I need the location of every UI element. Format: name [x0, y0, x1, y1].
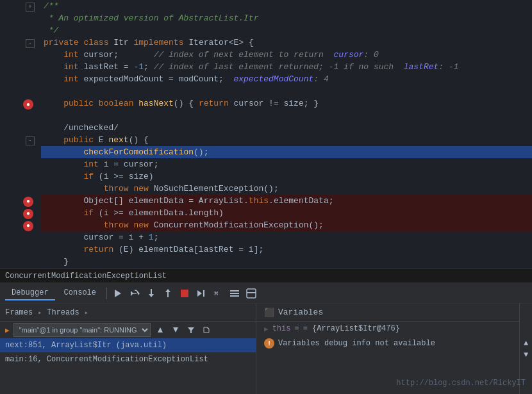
code-lines: /** * An optimized version of AbstractLi…: [38, 0, 532, 268]
gutter-line-7: [0, 74, 38, 86]
gutter-line-10: [0, 111, 38, 123]
breakpoint-icon-17[interactable]: ●: [23, 197, 33, 207]
svg-marker-15: [158, 327, 163, 332]
code-line-16: throw new NoSuchElementException();: [41, 183, 532, 195]
svg-rect-10: [230, 290, 239, 291]
debug-restore-btn[interactable]: [244, 286, 258, 300]
thread-running-icon: ▶: [5, 326, 10, 334]
code-line-19: throw new ConcurrentModificationExceptio…: [41, 219, 532, 231]
threads-tab[interactable]: Threads: [47, 307, 79, 318]
frames-panel-header: Frames ▸ Threads ▸: [0, 304, 256, 322]
gutter-line-21: [0, 244, 38, 256]
var-this-row[interactable]: ▶ this = = {ArrayList$Itr@476}: [256, 322, 519, 336]
thread-filter-btn[interactable]: [185, 324, 197, 336]
svg-marker-4: [149, 294, 154, 297]
stack-frame-0[interactable]: next:851, ArrayList$Itr (java.util): [0, 338, 256, 352]
gutter-line-18[interactable]: ●: [0, 208, 38, 220]
scroll-down-btn[interactable]: ▼: [520, 349, 532, 361]
debug-run-to-cursor-btn[interactable]: [194, 286, 208, 300]
gutter-line-1: +: [0, 1, 38, 13]
thread-select[interactable]: "main"@1 in group "main": RUNNING: [13, 323, 151, 337]
debug-evaluate-btn[interactable]: ⌘: [211, 286, 225, 300]
gutter-line-17[interactable]: ●: [0, 195, 38, 208]
gutter-line-19[interactable]: ●: [0, 220, 38, 232]
code-line-18: if (i >= elementData.length): [41, 207, 532, 219]
stack-frame-1[interactable]: main:16, ConcurrentModificationException…: [0, 352, 256, 366]
code-line-22: }: [41, 256, 532, 268]
gutter-line-22: [0, 256, 38, 268]
variables-icon: ⬛: [264, 308, 274, 318]
gutter-line-20: [0, 232, 38, 244]
debug-resume-btn[interactable]: [111, 286, 125, 300]
thread-export-btn[interactable]: [201, 324, 212, 336]
debug-step-into-btn[interactable]: [144, 286, 158, 300]
frames-tab-arrow: ▸: [38, 309, 42, 316]
var-warning-row: ! Variables debug info not available: [256, 336, 519, 351]
gutter-line-13: [0, 147, 38, 159]
svg-marker-0: [138, 291, 140, 295]
var-this-name: this: [272, 324, 291, 333]
code-line-1: /**: [41, 0, 532, 12]
code-line-6: int lastRet = -1; // index of last eleme…: [41, 61, 532, 73]
thread-selector-row: ▶ "main"@1 in group "main": RUNNING: [0, 322, 256, 338]
gutter-line-6: [0, 62, 38, 74]
scroll-up-btn[interactable]: ▲: [520, 338, 532, 349]
frames-tab[interactable]: Frames: [5, 307, 33, 318]
code-line-8: [41, 85, 532, 97]
gutter-line-11: [0, 123, 38, 135]
svg-rect-14: [247, 292, 256, 293]
gutter-line-4: -: [0, 38, 38, 50]
gutter-line-3: [0, 26, 38, 38]
breakpoint-icon-9[interactable]: ●: [23, 99, 33, 110]
thread-step-btn-2[interactable]: [170, 324, 181, 336]
svg-marker-17: [188, 327, 194, 333]
var-this-val: = {ArrayList$Itr@476}: [303, 324, 400, 333]
var-warning-text: Variables debug info not available: [278, 339, 435, 348]
breakpoint-icon-18[interactable]: ●: [23, 209, 33, 219]
frames-panel: Frames ▸ Threads ▸ ▶ "main"@1 in group "…: [0, 304, 256, 394]
svg-rect-6: [167, 291, 169, 297]
thread-step-btn-1[interactable]: [154, 324, 166, 336]
variables-panel-header: ⬛ Variables: [256, 304, 519, 322]
gutter-line-5: [0, 50, 38, 62]
code-line-5: int cursor; // index of next element to …: [41, 49, 532, 61]
frames-panel-content: ▶ "main"@1 in group "main": RUNNING: [0, 322, 256, 394]
code-line-17: Object[] elementData = ArrayList.this.el…: [41, 195, 532, 207]
gutter-line-15: [0, 171, 38, 183]
status-bar: ConcurrentModificationExceptionList: [0, 269, 532, 283]
status-bar-text: ConcurrentModificationExceptionList: [5, 272, 167, 281]
warning-icon: !: [264, 338, 274, 349]
tab-debugger[interactable]: Debugger: [5, 286, 55, 300]
debug-step-out-btn[interactable]: [161, 286, 175, 300]
debug-step-over-btn[interactable]: [128, 286, 142, 300]
svg-rect-3: [151, 289, 152, 294]
stack-frame-0-label: next:851, ArrayList$Itr (java.util): [5, 341, 167, 350]
fold-icon-4[interactable]: -: [26, 39, 35, 48]
tab-console[interactable]: Console: [58, 286, 103, 300]
code-line-10: [41, 110, 532, 122]
fold-icon-1[interactable]: +: [26, 3, 35, 12]
code-line-3: */: [41, 24, 532, 37]
gutter-line-16: [0, 183, 38, 195]
threads-tab-arrow: ▸: [85, 309, 88, 316]
svg-rect-11: [230, 293, 239, 294]
toolbar-separator-1: [106, 288, 107, 299]
fold-icon-12[interactable]: -: [26, 136, 35, 145]
breakpoint-icon-19[interactable]: ●: [23, 221, 33, 231]
svg-rect-7: [181, 290, 188, 297]
code-line-9: public boolean hasNext() { return cursor…: [41, 97, 532, 110]
var-eq: =: [294, 324, 299, 333]
debug-settings-btn[interactable]: [228, 286, 242, 300]
var-expand-icon: ▶: [264, 325, 269, 333]
svg-text:⌘: ⌘: [214, 290, 219, 298]
svg-marker-2: [131, 291, 133, 296]
code-line-4: private class Itr implements Iterator<E>…: [41, 37, 532, 49]
svg-rect-13: [247, 289, 256, 298]
gutter-line-9[interactable]: ●: [0, 99, 38, 111]
svg-marker-16: [173, 327, 178, 332]
stack-frame-1-label: main:16, ConcurrentModificationException…: [5, 355, 208, 364]
code-line-7: int expectedModCount = modCount; expecte…: [41, 73, 532, 85]
code-line-13: checkForComodification();: [41, 146, 532, 158]
code-line-14: int i = cursor;: [41, 158, 532, 170]
debug-stop-btn[interactable]: [178, 286, 192, 300]
